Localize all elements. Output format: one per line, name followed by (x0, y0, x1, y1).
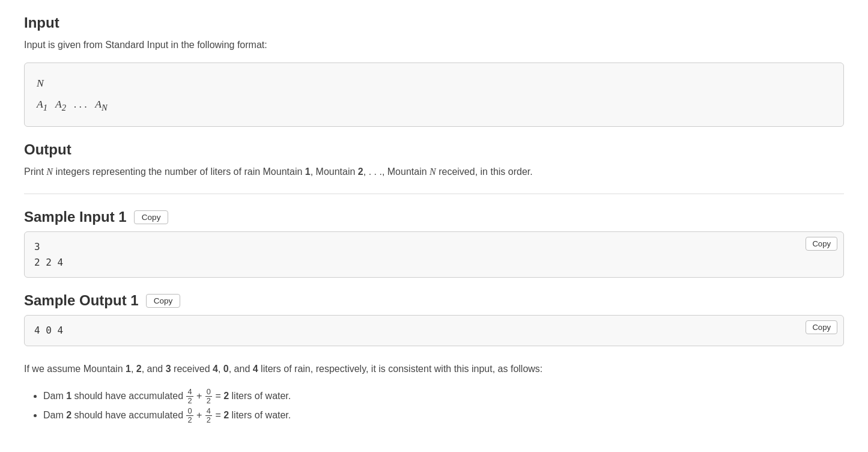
input-section: Input Input is given from Standard Input… (24, 14, 844, 127)
sample-output-1-box: 4 0 4 Copy (24, 315, 844, 346)
sample-output-1-line1: 4 0 4 (34, 323, 834, 338)
frac-0-2b: 02 (186, 407, 193, 424)
output-title: Output (24, 141, 844, 158)
input-description: Input is given from Standard Input in th… (24, 37, 844, 53)
explanation-bullet-1: Dam 1 should have accumulated 42 + 02 = … (43, 386, 844, 406)
explanation-bullet-2: Dam 2 should have accumulated 02 + 42 = … (43, 406, 844, 425)
sample-input-1-section: Sample Input 1 Copy 3 2 2 4 Copy (24, 209, 844, 278)
explanation-bullets: Dam 1 should have accumulated 42 + 02 = … (24, 386, 844, 425)
sample-output-1-section: Sample Output 1 Copy 4 0 4 Copy (24, 292, 844, 346)
format-line1: N (37, 73, 831, 94)
input-format-box: N A1 A2 . . . AN (24, 63, 844, 127)
output-section: Output Print N integers representing the… (24, 141, 844, 180)
explanation-text: If we assume Mountain 1, 2, and 3 receiv… (24, 361, 844, 377)
sample-output-1-title: Sample Output 1 (24, 292, 139, 309)
copy-sample-input-1-inline-button[interactable]: Copy (134, 210, 169, 224)
copy-sample-input-1-corner-button[interactable]: Copy (806, 237, 837, 251)
format-line2: A1 A2 . . . AN (37, 94, 831, 117)
sample-input-1-header: Sample Input 1 Copy (24, 209, 844, 225)
sample-input-1-title: Sample Input 1 (24, 209, 127, 225)
sample-input-1-box: 3 2 2 4 Copy (24, 231, 844, 278)
copy-sample-output-1-inline-button[interactable]: Copy (146, 294, 181, 308)
explanation-section: If we assume Mountain 1, 2, and 3 receiv… (24, 361, 844, 425)
copy-sample-output-1-corner-button[interactable]: Copy (806, 320, 837, 334)
sample-input-1-line1: 3 (34, 239, 834, 255)
frac-4-2b: 42 (205, 407, 212, 424)
sample-output-1-header: Sample Output 1 Copy (24, 292, 844, 309)
frac-4-2: 42 (186, 388, 193, 405)
input-title: Input (24, 14, 844, 31)
sample-input-1-line2: 2 2 4 (34, 255, 834, 270)
frac-0-2: 02 (205, 388, 212, 405)
section-divider (24, 194, 844, 194)
output-description: Print N integers representing the number… (24, 164, 844, 180)
